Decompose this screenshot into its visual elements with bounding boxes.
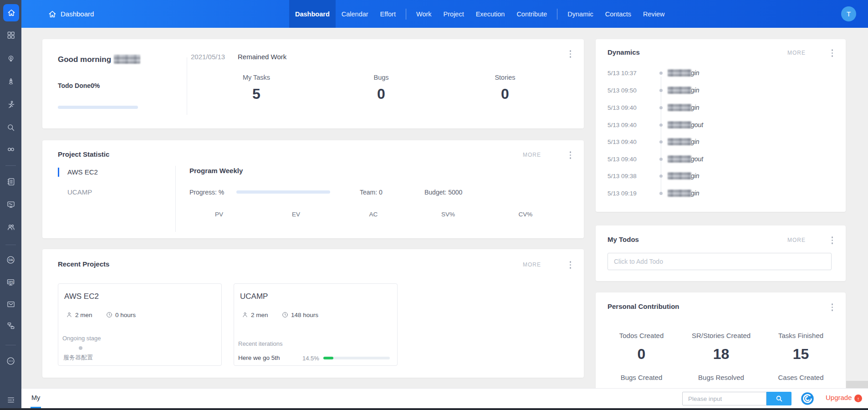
- event-time: 5/13 09:50: [608, 87, 637, 94]
- main-nav: Dashboard Calendar Effort Work Project E…: [289, 0, 670, 28]
- more-circle-icon[interactable]: [0, 354, 21, 368]
- project-name[interactable]: AWS EC2: [64, 292, 99, 301]
- dynamics-row[interactable]: 5/13 09:50 login: [608, 86, 835, 96]
- event-time: 5/13 09:40: [608, 104, 637, 111]
- card-menu-icon[interactable]: [831, 236, 834, 245]
- mail-icon[interactable]: [0, 297, 21, 312]
- contribution-cell: Cases Created: [761, 374, 841, 381]
- nav-dashboard[interactable]: Dashboard: [289, 0, 336, 28]
- more-link[interactable]: MORE: [523, 261, 541, 268]
- upgrade-link[interactable]: Upgrade: [826, 394, 852, 401]
- dynamics-row[interactable]: 5/13 09:40 login: [608, 103, 835, 113]
- contribution-row: Bugs Created Bugs Resolved Cases Created: [602, 374, 841, 381]
- iteration-name[interactable]: Here we go 5th: [238, 354, 280, 361]
- rocket-icon[interactable]: [0, 75, 21, 89]
- upgrade-arrow-icon[interactable]: ↑: [854, 395, 862, 402]
- card-menu-icon[interactable]: [569, 49, 572, 59]
- dynamics-row[interactable]: 5/13 09:40 logout: [608, 120, 835, 130]
- timeline-dot-icon: [659, 106, 663, 109]
- event-time: 5/13 09:19: [608, 190, 637, 197]
- search-icon[interactable]: [0, 120, 21, 135]
- contribution-cell: SR/Stories Created 18: [681, 332, 761, 363]
- team-stat: Team: 0: [360, 189, 383, 196]
- project-card-ucamp[interactable]: UCAMP 2 men 148 hours Recent iterations …: [234, 283, 398, 366]
- breadcrumb-label: Dashboard: [61, 10, 94, 18]
- nav-contacts[interactable]: Contacts: [599, 0, 637, 28]
- stat-value[interactable]: 0: [469, 86, 541, 102]
- timeline-dot-icon: [659, 192, 663, 195]
- event-time: 5/13 09:40: [608, 156, 637, 163]
- lightbulb-icon[interactable]: [0, 52, 21, 67]
- nav-work[interactable]: Work: [410, 0, 438, 28]
- dynamics-row[interactable]: 5/13 09:38 login: [608, 171, 835, 181]
- grid-icon[interactable]: [0, 28, 21, 42]
- card-divider: [187, 57, 187, 115]
- dynamics-row[interactable]: 5/13 09:40 logout: [608, 154, 835, 164]
- dynamics-row[interactable]: 5/13 09:40 login: [608, 137, 835, 147]
- nav-dynamic[interactable]: Dynamic: [562, 0, 599, 28]
- budget-stat: Budget: 5000: [424, 189, 462, 196]
- timeline-dot-icon: [659, 140, 663, 144]
- bottom-tab-my[interactable]: My: [31, 389, 41, 408]
- more-link[interactable]: MORE: [787, 50, 806, 56]
- nav-execution[interactable]: Execution: [470, 0, 511, 28]
- dynamics-row[interactable]: 5/13 10:37 login: [608, 68, 835, 78]
- nav-project[interactable]: Project: [438, 0, 470, 28]
- stat-value[interactable]: 0: [345, 86, 418, 102]
- project-card-aws[interactable]: AWS EC2 2 men 0 hours Ongoing stage 服务器配…: [58, 283, 222, 366]
- contribution-cell: Bugs Created: [602, 374, 681, 381]
- quick-search-input[interactable]: [682, 392, 766, 405]
- project-tab-ucamp[interactable]: UCAMP: [67, 188, 92, 196]
- event-time: 5/13 09:40: [608, 138, 637, 145]
- card-menu-icon[interactable]: [569, 260, 572, 270]
- card-menu-icon[interactable]: [569, 150, 572, 160]
- sidebar-divider: [5, 245, 16, 245]
- dynamics-row[interactable]: 5/13 09:19 login: [608, 189, 835, 199]
- event-time: 5/13 09:38: [608, 173, 637, 179]
- stat-value[interactable]: 5: [220, 86, 293, 102]
- stage-dot: [79, 346, 82, 350]
- infinity-icon[interactable]: [0, 142, 21, 157]
- notebook-icon[interactable]: [0, 174, 21, 189]
- nav-effort[interactable]: Effort: [374, 0, 402, 28]
- card-divider: [175, 166, 176, 232]
- redacted-username: [668, 138, 691, 145]
- bottom-edge-strip: [0, 408, 868, 410]
- nav-contribute[interactable]: Contribute: [511, 0, 553, 28]
- flowchart-icon[interactable]: [0, 318, 21, 333]
- monitor-wave-icon[interactable]: [0, 197, 21, 212]
- project-team-size: 2 men: [241, 310, 268, 319]
- contribution-row: Todos Created 0 SR/Stories Created 18 Ta…: [602, 332, 841, 363]
- runner-icon[interactable]: [0, 97, 21, 112]
- search-icon: [775, 395, 783, 403]
- my-todos-card: My Todos MORE: [596, 226, 846, 281]
- project-tab-aws[interactable]: AWS EC2: [67, 168, 98, 176]
- event-time: 5/13 10:37: [608, 70, 637, 77]
- add-todo-input[interactable]: [608, 253, 832, 270]
- people-icon[interactable]: [0, 220, 21, 235]
- stage-item[interactable]: 服务器配置: [63, 354, 93, 362]
- card-menu-icon[interactable]: [831, 302, 834, 312]
- project-name[interactable]: UCAMP: [240, 292, 268, 301]
- menu-toggle-icon[interactable]: [0, 393, 21, 407]
- nav-calendar[interactable]: Calendar: [336, 0, 374, 28]
- zentao-logo-icon[interactable]: [801, 392, 814, 405]
- ops-icon[interactable]: OPS: [0, 275, 21, 290]
- oa-icon[interactable]: OA: [0, 252, 21, 267]
- card-menu-icon[interactable]: [831, 48, 834, 58]
- metric-label: EV: [269, 211, 323, 218]
- remained-work-label: Remained Work: [238, 53, 286, 61]
- more-link[interactable]: MORE: [523, 152, 541, 158]
- nav-review[interactable]: Review: [637, 0, 671, 28]
- sidebar-item-home[interactable]: [3, 4, 19, 21]
- breadcrumb[interactable]: Dashboard: [48, 0, 94, 28]
- more-link[interactable]: MORE: [787, 237, 806, 243]
- contribution-label: SR/Stories Created: [681, 332, 761, 339]
- search-button[interactable]: [766, 392, 791, 405]
- scrollbar-corner[interactable]: [846, 381, 868, 388]
- user-avatar[interactable]: T: [841, 6, 856, 21]
- project-hours: 148 hours: [281, 310, 318, 319]
- date-label: 2021/05/13: [191, 53, 225, 61]
- metric-label: AC: [346, 211, 401, 218]
- clock-icon: [281, 311, 289, 318]
